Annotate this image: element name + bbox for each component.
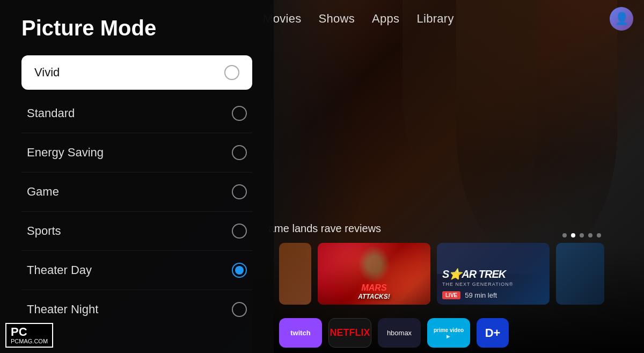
carousel-dot-3[interactable] xyxy=(588,233,592,237)
avatar[interactable]: 👤 xyxy=(610,7,633,31)
content-row: MARS ATTACKS! S⭐AR TREK THE NEXT GENERAT… xyxy=(274,243,644,305)
carousel-dot-4[interactable] xyxy=(597,233,601,237)
option-game[interactable]: Game xyxy=(21,172,252,212)
content-card-mars-attacks[interactable]: MARS ATTACKS! xyxy=(318,243,430,305)
option-theater-day-label: Theater Day xyxy=(27,263,92,277)
card-mars-title: MARS xyxy=(322,283,426,293)
option-standard-label: Standard xyxy=(27,106,75,120)
app-twitch[interactable]: twitch xyxy=(279,318,322,348)
hero-text-area: ame lands rave reviews xyxy=(268,222,590,235)
option-vivid-label: Vivid xyxy=(34,66,60,80)
app-hbomax-label: hbomax xyxy=(387,329,412,337)
option-energy-saving[interactable]: Energy Saving xyxy=(21,133,252,172)
app-row: twitch NETFLIX hbomax prime video ▶ D+ xyxy=(274,318,644,348)
option-sports-label: Sports xyxy=(27,224,61,238)
radio-game xyxy=(232,184,247,199)
app-netflix-label: NETFLIX xyxy=(330,327,370,338)
content-card-partial-right[interactable] xyxy=(556,243,604,305)
live-badge: LIVE xyxy=(442,291,460,299)
hero-subtitle: ame lands rave reviews xyxy=(268,222,381,234)
carousel-dot-0[interactable] xyxy=(562,233,567,237)
app-prime-icon: ▶ xyxy=(434,334,464,339)
radio-energy-saving xyxy=(232,145,247,160)
app-disney-plus[interactable]: D+ xyxy=(477,318,509,348)
picture-mode-panel: Picture Mode Vivid Standard Energy Savin… xyxy=(0,0,274,353)
card-mars-alien xyxy=(358,246,390,283)
option-sports[interactable]: Sports xyxy=(21,212,252,251)
nav-item-shows[interactable]: Shows xyxy=(319,12,355,26)
nav-item-library[interactable]: Library xyxy=(416,12,453,26)
option-vivid[interactable]: Vivid xyxy=(21,55,252,90)
pcmag-logo: PC PCMAG.COM xyxy=(5,323,53,348)
radio-standard xyxy=(232,106,247,121)
card-startrek-bg xyxy=(437,243,550,274)
card-mars-title2: ATTACKS! xyxy=(322,293,426,300)
time-left: 59 min left xyxy=(465,291,497,299)
app-disney-label: D+ xyxy=(485,326,501,340)
app-twitch-label: twitch xyxy=(290,329,311,337)
app-prime-content: prime video ▶ xyxy=(434,327,464,339)
option-theater-day[interactable]: Theater Day xyxy=(21,251,252,290)
panel-title: Picture Mode xyxy=(21,16,252,40)
nav-item-apps[interactable]: Apps xyxy=(372,12,399,26)
carousel-dot-2[interactable] xyxy=(580,233,584,237)
radio-theater-day xyxy=(232,263,247,278)
content-card-startrek[interactable]: S⭐AR TREK THE NEXT GENERATION® LIVE 59 m… xyxy=(437,243,550,305)
option-energy-saving-label: Energy Saving xyxy=(27,146,104,160)
carousel-dots xyxy=(562,233,601,237)
content-card-partial-left[interactable] xyxy=(279,243,311,305)
tv-nav: Movies Shows Apps Library 👤 xyxy=(252,0,644,38)
startrek-sub: THE NEXT GENERATION® xyxy=(442,282,513,287)
radio-sports xyxy=(232,224,247,239)
card-mars-content: MARS ATTACKS! xyxy=(322,283,426,300)
startrek-live-row: LIVE 59 min left xyxy=(442,291,497,299)
app-prime-label: prime video xyxy=(434,327,464,334)
carousel-dot-1[interactable] xyxy=(571,233,575,237)
radio-vivid xyxy=(224,65,239,80)
pcmag-url: PCMAG.COM xyxy=(11,338,48,344)
option-theater-night-label: Theater Night xyxy=(27,302,98,316)
app-hbomax[interactable]: hbomax xyxy=(378,318,421,348)
app-prime-video[interactable]: prime video ▶ xyxy=(427,318,470,348)
pcmag-pc-text: PC xyxy=(11,326,48,338)
option-game-label: Game xyxy=(27,185,59,199)
radio-theater-night xyxy=(232,302,247,317)
option-standard[interactable]: Standard xyxy=(21,94,252,133)
option-theater-night[interactable]: Theater Night xyxy=(21,290,252,317)
app-netflix[interactable]: NETFLIX xyxy=(328,318,371,348)
